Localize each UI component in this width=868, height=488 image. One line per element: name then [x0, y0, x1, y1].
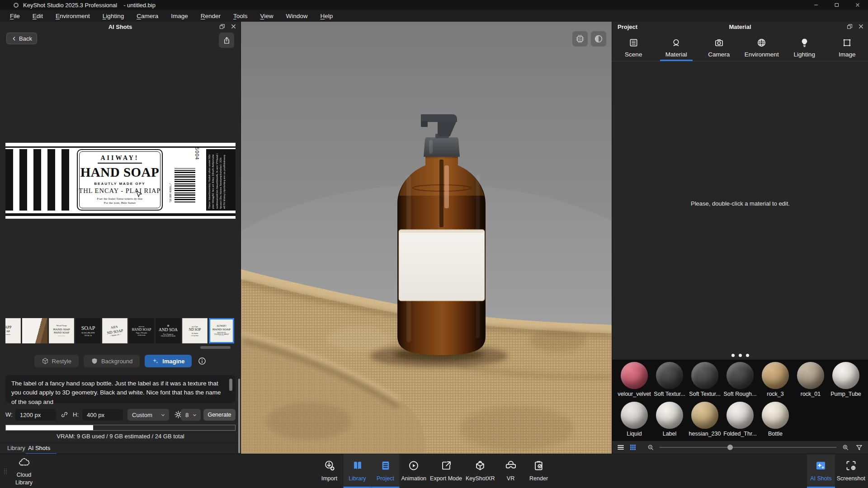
float-panel-icon[interactable]	[846, 23, 853, 30]
maximize-button[interactable]	[826, 0, 847, 10]
info-icon[interactable]	[198, 357, 207, 366]
tab-ai-shots[interactable]: AI Shots	[28, 445, 50, 451]
material-hessian-230[interactable]: hessian_230	[687, 402, 722, 441]
minimize-button[interactable]	[806, 0, 826, 10]
material-pump-tube[interactable]: Pump_Tube	[828, 362, 863, 402]
pagination-dot-2[interactable]	[739, 354, 742, 357]
menu-tools[interactable]: Tools	[227, 13, 254, 19]
pagination-dot-3[interactable]	[746, 354, 749, 357]
height-input[interactable]: 400 px	[82, 409, 123, 421]
share-icon	[222, 36, 231, 45]
label-barcode	[175, 168, 195, 202]
ai-thumbnail-4[interactable]: SOAPBANA/IKATINNT M | St	[75, 318, 101, 343]
toolbar-export-mode[interactable]: Export Mode	[428, 454, 464, 488]
back-button[interactable]: Back	[6, 33, 37, 44]
zoom-out-icon[interactable]	[647, 444, 654, 451]
ai-thumbnail-5[interactable]: AIFAND SOAP~ Made ofy ~	[102, 318, 127, 343]
toolbar-import[interactable]: Import	[315, 454, 343, 488]
tab-scene[interactable]: Scene	[612, 34, 655, 61]
ai-thumbnail-3[interactable]: Wood SoapHAND SIAPHAND SOAP⸺⸺	[49, 318, 74, 343]
label-barcode-zone: 5004 *16 0880 40855LL*	[165, 149, 204, 211]
keyshot-logo-icon	[13, 2, 19, 9]
material-sphere-preview	[656, 402, 683, 429]
background-button[interactable]: Background	[84, 355, 140, 367]
tab-material[interactable]: Material	[655, 34, 698, 61]
material-rock-01[interactable]: rock_01	[793, 362, 828, 402]
ai-thumbnail-1[interactable]: APP'AP.⸺	[5, 318, 21, 343]
menu-camera[interactable]: Camera	[130, 13, 165, 19]
material-name: Liquid	[627, 431, 642, 437]
tab-camera[interactable]: Camera	[698, 34, 741, 61]
material-soft-rough[interactable]: Soft Rough...	[722, 362, 758, 402]
ai-thumbnail-8[interactable]: sey LpcND SOPth rlanttsc5 lp rino	[182, 318, 208, 343]
cloud-icon	[18, 456, 30, 468]
zoom-in-icon[interactable]	[842, 444, 849, 451]
size-preset-select[interactable]: Custom	[127, 409, 169, 421]
filter-funnel-icon[interactable]	[855, 444, 863, 451]
close-button[interactable]	[847, 0, 868, 10]
menu-image[interactable]: Image	[165, 13, 194, 19]
menu-environment[interactable]: Environment	[49, 13, 96, 19]
tab-environment[interactable]: Environment	[741, 34, 783, 61]
material-bottle[interactable]: Bottle	[758, 402, 793, 441]
tab-image[interactable]: Image	[826, 34, 868, 61]
panel-close-icon[interactable]	[230, 23, 237, 30]
generate-button[interactable]: Generate	[203, 409, 236, 421]
toolbar-cloud-library[interactable]: Cloud Library	[10, 454, 38, 488]
ai-thumbnail-7[interactable]: ✼AND SOATver FrasperreFRAH RANCE WASI	[156, 318, 181, 343]
share-button[interactable]	[219, 33, 234, 48]
material-rock-3[interactable]: rock_3	[758, 362, 793, 402]
width-input[interactable]: 1200 px	[15, 409, 56, 421]
toolbar-screenshot[interactable]: Screenshot	[835, 454, 867, 488]
panel-close-icon[interactable]	[858, 23, 864, 30]
gpu-mode-button[interactable]: G	[572, 31, 588, 47]
material-sphere-preview	[726, 362, 754, 389]
thumbnail-scrollbar[interactable]	[200, 346, 231, 349]
ai-thumbnail-6[interactable]: aueveneHAND SOAPFrgeer Wcrylmverba ferm	[129, 318, 154, 343]
imagine-button[interactable]: Imagine	[145, 355, 192, 367]
pagination-dot-1[interactable]	[731, 354, 735, 357]
toolbar-keyshotxr[interactable]: KeyShotXR	[464, 454, 497, 488]
slider-thumb[interactable]	[727, 445, 733, 450]
toolbar-ai-shots[interactable]: AI Shots	[807, 454, 835, 488]
ai-thumbnail-2[interactable]	[22, 318, 47, 343]
viewport-3d[interactable]: G	[241, 22, 612, 454]
generated-label-preview[interactable]: AIIWAY! HAND SOAP BEAUTLY MADE OFY THL E…	[5, 143, 236, 219]
restyle-button[interactable]: Restyle	[34, 355, 79, 367]
prompt-textarea[interactable]: The label of a fancy hand soap bottle. J…	[5, 375, 236, 403]
count-select[interactable]: 8	[181, 409, 201, 421]
tab-library[interactable]: Library	[7, 445, 25, 451]
prompt-scrollbar[interactable]	[229, 379, 232, 391]
menu-help[interactable]: Help	[314, 13, 340, 19]
thumbnail-size-slider[interactable]	[660, 447, 836, 448]
material-liquid[interactable]: Liquid	[617, 402, 652, 441]
material-soft-textur[interactable]: Soft Textur...	[652, 362, 687, 402]
material-label[interactable]: Label	[652, 402, 687, 441]
float-panel-icon[interactable]	[219, 23, 226, 30]
menu-window[interactable]: Window	[280, 13, 314, 19]
lighting-bulb-icon	[799, 38, 810, 48]
toolbar-animation[interactable]: Animation	[399, 454, 428, 488]
tab-lighting[interactable]: Lighting	[783, 34, 826, 61]
toolbar-drag-handle[interactable]	[2, 464, 9, 479]
toolbar-render[interactable]: Render	[525, 454, 553, 488]
material-velour-velvet[interactable]: velour_velvet	[617, 362, 652, 402]
toolbar-library[interactable]: Library	[343, 454, 371, 488]
material-soft-textur[interactable]: Soft Textur...	[687, 362, 722, 402]
animation-play-icon	[408, 460, 420, 472]
link-chain-icon[interactable]	[60, 410, 69, 419]
menu-lighting[interactable]: Lighting	[96, 13, 130, 19]
list-view-icon[interactable]	[617, 443, 625, 451]
material-folded-thr[interactable]: Folded_Thr...	[722, 402, 758, 441]
menu-file[interactable]: File	[4, 13, 26, 19]
left-panel-scrollbar[interactable]	[238, 379, 240, 453]
material-pagination-dots[interactable]	[612, 354, 868, 357]
toolbar-vr[interactable]: VR	[497, 454, 525, 488]
toolbar-project[interactable]: Project	[371, 454, 399, 488]
menu-render[interactable]: Render	[194, 13, 227, 19]
menu-edit[interactable]: Edit	[26, 13, 49, 19]
denoise-button[interactable]	[591, 31, 606, 47]
grid-view-icon[interactable]	[629, 443, 637, 451]
ai-thumbnail-9-selected[interactable]: AUWAY!HAND SOAPsharls bale doTALINOR SLA…	[209, 318, 234, 343]
menu-view[interactable]: View	[254, 13, 280, 19]
